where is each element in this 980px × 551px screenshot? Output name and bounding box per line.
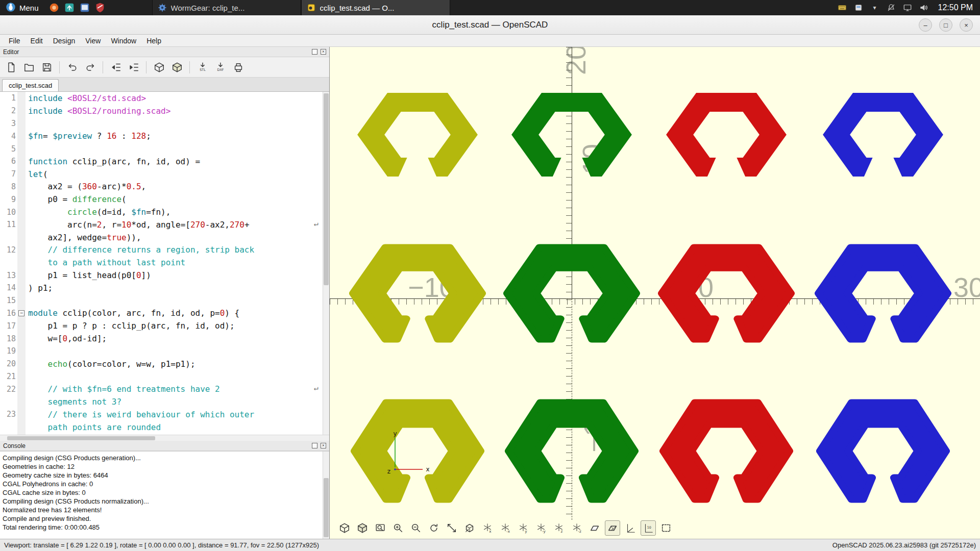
code-text[interactable]: let(: [26, 169, 48, 179]
show-axes-button[interactable]: [623, 520, 638, 536]
cclip-shape-r0-c0[interactable]: [354, 89, 481, 180]
cclip-shape-r0-c3[interactable]: [819, 89, 947, 180]
show-surfaces-button[interactable]: [587, 520, 602, 536]
taskbar-window-1[interactable]: cclip_test.scad — O...: [301, 0, 450, 15]
indent-button[interactable]: [126, 59, 141, 75]
console-scroll-thumb[interactable]: [324, 478, 329, 537]
view-diagonal-button[interactable]: [462, 520, 477, 536]
view-plus-x-button[interactable]: x: [480, 520, 495, 536]
display-tray-icon[interactable]: [902, 3, 913, 13]
console-close-icon[interactable]: ×: [321, 443, 326, 448]
editor-undock-icon[interactable]: [312, 49, 317, 55]
show-scale-markers-button[interactable]: 10: [641, 520, 656, 536]
cclip-shape-r1-c2[interactable]: [658, 243, 795, 343]
code-text[interactable]: p0 = difference(: [26, 194, 127, 204]
code-text[interactable]: // difference returns a region, strip ba…: [26, 245, 254, 255]
menu-item-file[interactable]: File: [4, 36, 25, 46]
zoom-fit-button[interactable]: [444, 520, 459, 536]
editor-hscroll-thumb[interactable]: [7, 436, 155, 440]
cclip-shape-r0-c1[interactable]: [508, 89, 635, 180]
view-render-button[interactable]: [355, 520, 370, 536]
redo-button[interactable]: [82, 59, 98, 75]
code-text[interactable]: ax2], wedge=true)),: [26, 233, 141, 242]
reset-view-button[interactable]: [426, 520, 442, 536]
render-button[interactable]: [169, 59, 185, 75]
code-editor[interactable]: 1include <BOSL2/std.scad>2include <BOSL2…: [0, 92, 329, 435]
cclip-shape-r1-c0[interactable]: [349, 243, 486, 343]
code-text[interactable]: // with $fn=6 end treatments have 2: [26, 384, 220, 394]
clock[interactable]: 12:50 PM: [934, 3, 980, 12]
terminal-launcher-icon[interactable]: [79, 2, 91, 14]
editor-close-icon[interactable]: ×: [321, 49, 326, 55]
code-text[interactable]: include <BOSL2/std.scad>: [26, 93, 146, 103]
new-file-button[interactable]: [3, 59, 19, 75]
cclip-shape-r2-c2[interactable]: [659, 398, 793, 504]
cclip-shape-r1-c3[interactable]: [815, 243, 951, 343]
code-text[interactable]: module cclip(color, arc, fn, id, od, p=0…: [26, 308, 239, 318]
keyboard-tray-icon[interactable]: [837, 3, 847, 13]
cclip-shape-r2-c1[interactable]: [505, 398, 639, 504]
menu-item-help[interactable]: Help: [142, 36, 166, 46]
code-text[interactable]: arc(n=2, r=10*od, angle=[270-ax2,270+: [26, 220, 250, 230]
cclip-shape-r0-c2[interactable]: [663, 89, 790, 180]
code-text[interactable]: // there is weird behaviour of which out…: [26, 410, 254, 419]
code-text[interactable]: p1 = list_head(p0[0]): [26, 270, 151, 280]
code-text[interactable]: ) p1;: [26, 283, 53, 293]
view-preview-button[interactable]: [337, 520, 352, 536]
console-vertical-scrollbar[interactable]: [323, 452, 329, 539]
undo-button[interactable]: [64, 59, 80, 75]
view-minus-z-button[interactable]: -z: [569, 520, 584, 536]
view-plus-y-button[interactable]: y: [516, 520, 531, 536]
fold-marker[interactable]: −: [18, 310, 24, 316]
code-text[interactable]: path points are rounded: [26, 422, 161, 432]
window-titlebar[interactable]: cclip_test.scad — OpenSCAD –□×: [0, 15, 980, 35]
code-text[interactable]: echo(color=color, w=w, p1=p1);: [26, 359, 195, 369]
console-output[interactable]: Compiling design (CSG Products generatio…: [0, 452, 323, 539]
menu-item-window[interactable]: Window: [106, 36, 141, 46]
indicator-tray-icon[interactable]: [853, 3, 864, 13]
show-edges-button[interactable]: [605, 520, 620, 536]
code-text[interactable]: w=[0,od-id];: [26, 334, 107, 343]
files-launcher-icon[interactable]: [63, 2, 76, 14]
cclip-shape-r2-c3[interactable]: [816, 398, 950, 504]
console-undock-icon[interactable]: [312, 443, 317, 448]
unindent-button[interactable]: [108, 59, 124, 75]
taskbar-window-0[interactable]: WormGear: cclip_te...: [152, 0, 301, 15]
save-button[interactable]: [39, 59, 55, 75]
security-launcher-icon[interactable]: [94, 2, 106, 14]
maximize-button[interactable]: □: [939, 18, 952, 32]
preview-button[interactable]: [151, 59, 167, 75]
code-text[interactable]: ax2 = (360-arc)*0.5,: [26, 182, 146, 191]
view-minus-y-button[interactable]: -y: [533, 520, 549, 536]
code-text[interactable]: include <BOSL2/rounding.scad>: [26, 106, 170, 116]
menu-item-edit[interactable]: Edit: [26, 36, 47, 46]
caret-tray-icon[interactable]: ▾: [870, 3, 880, 13]
export-stl-button[interactable]: STL: [194, 59, 210, 75]
tab-cclip-test[interactable]: cclip_test.scad: [2, 79, 59, 91]
applications-menu-button[interactable]: Menu: [0, 0, 44, 15]
send-to-printer-button[interactable]: [230, 59, 246, 75]
bell-tray-icon[interactable]: [886, 3, 896, 13]
open-folder-button[interactable]: [21, 59, 37, 75]
export-dxf-button[interactable]: DXF: [212, 59, 228, 75]
code-text[interactable]: $fn= $preview ? 16 : 128;: [26, 131, 151, 141]
zoom-in-button[interactable]: [390, 520, 406, 536]
code-text[interactable]: p1 = p ? p : cclip_p(arc, fn, id, od);: [26, 321, 235, 331]
editor-horizontal-scrollbar[interactable]: [0, 435, 329, 441]
editor-vertical-scrollbar[interactable]: [323, 92, 329, 435]
view-minus-x-button[interactable]: -x: [498, 520, 513, 536]
code-text[interactable]: to a path without last point: [26, 258, 185, 267]
show-crosshairs-button[interactable]: [658, 520, 674, 536]
code-text[interactable]: segments not 3?: [26, 397, 121, 407]
zoom-out-button[interactable]: [408, 520, 424, 536]
menu-item-view[interactable]: View: [81, 36, 105, 46]
code-text[interactable]: function cclip_p(arc, fn, id, od) =: [26, 157, 200, 166]
minimize-button[interactable]: –: [919, 18, 932, 32]
3d-viewport[interactable]: 2010−101030−10 yxz x-xy-yz-z10: [330, 47, 980, 539]
menu-item-design[interactable]: Design: [48, 36, 80, 46]
editor-scroll-thumb[interactable]: [324, 93, 329, 285]
cclip-shape-r1-c1[interactable]: [503, 243, 640, 343]
browser-launcher-icon[interactable]: [48, 2, 60, 14]
close-button[interactable]: ×: [960, 18, 973, 32]
view-plus-z-button[interactable]: z: [551, 520, 567, 536]
